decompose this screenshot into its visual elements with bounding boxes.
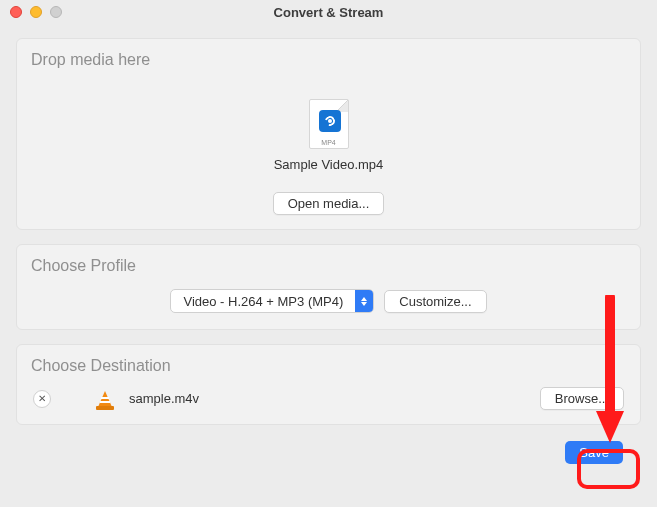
open-media-button[interactable]: Open media... [273,192,385,215]
customize-button[interactable]: Customize... [384,290,486,313]
dropped-file-name: Sample Video.mp4 [31,157,626,172]
minimize-window-button[interactable] [30,6,42,18]
close-window-button[interactable] [10,6,22,18]
profile-select-label: Video - H.264 + MP3 (MP4) [171,291,355,312]
drop-area[interactable]: MP4 Sample Video.mp4 Open media... [31,77,626,215]
drop-media-title: Drop media here [31,51,626,69]
choose-profile-panel: Choose Profile Video - H.264 + MP3 (MP4)… [16,244,641,330]
choose-profile-title: Choose Profile [31,257,626,275]
drop-media-panel: Drop media here MP4 Sample Video.mp4 Ope… [16,38,641,230]
window-title: Convert & Stream [0,5,657,20]
destination-file-name: sample.m4v [129,391,199,406]
browse-button[interactable]: Browse... [540,387,624,410]
save-button[interactable]: Save [565,441,623,464]
choose-destination-panel: Choose Destination ✕ sample.m4v Browse..… [16,344,641,425]
media-file-icon: MP4 [31,99,626,149]
titlebar: Convert & Stream [0,0,657,24]
maximize-window-button [50,6,62,18]
vlc-cone-icon [95,388,115,410]
file-type-label: MP4 [310,139,348,146]
clear-destination-button[interactable]: ✕ [33,390,51,408]
traffic-lights [10,6,62,18]
profile-select[interactable]: Video - H.264 + MP3 (MP4) [170,289,374,313]
select-arrows-icon [355,290,373,312]
choose-destination-title: Choose Destination [31,357,626,375]
content: Drop media here MP4 Sample Video.mp4 Ope… [0,24,657,476]
